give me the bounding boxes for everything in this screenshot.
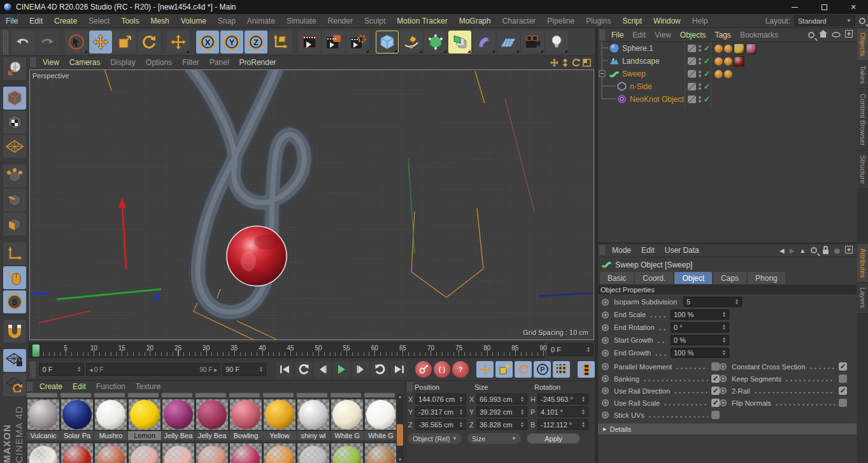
material-menu-item-function[interactable]: Function bbox=[91, 382, 131, 391]
add-panel-icon[interactable] bbox=[845, 246, 853, 255]
object-row-landscape[interactable]: Landscape✓ bbox=[598, 55, 857, 68]
menu-item-mograph[interactable]: MoGraph bbox=[453, 17, 497, 25]
keyframe-circle-icon[interactable] bbox=[720, 387, 727, 394]
panel-divider[interactable] bbox=[595, 28, 597, 463]
attribute-menu-item-user-data[interactable]: User Data bbox=[660, 246, 704, 255]
key-parameter-toggle[interactable]: P bbox=[534, 361, 551, 378]
size-mode-select[interactable]: Size▼ bbox=[467, 433, 521, 444]
property-field-end-growth[interactable]: 100 %▲▼ bbox=[671, 348, 729, 358]
enabled-check-icon[interactable]: ✓ bbox=[704, 57, 710, 66]
rotate-tool-button[interactable] bbox=[138, 31, 160, 53]
material-thumbnail[interactable] bbox=[94, 399, 127, 431]
minimize-button[interactable] bbox=[780, 0, 809, 14]
checkbox-flip-normals[interactable] bbox=[839, 399, 847, 407]
viewport-view-label[interactable]: Perspective bbox=[32, 72, 69, 80]
points-mode-button[interactable] bbox=[3, 164, 26, 187]
menu-item-tools[interactable]: Tools bbox=[115, 17, 145, 25]
keyframe-circle-icon[interactable] bbox=[602, 311, 609, 318]
add-panel-icon[interactable] bbox=[845, 30, 853, 39]
tag-icon[interactable] bbox=[724, 57, 732, 66]
model-mode-button[interactable] bbox=[3, 87, 26, 110]
key-rotation-toggle[interactable] bbox=[515, 361, 532, 378]
property-field-start-growth[interactable]: 0 %▲▼ bbox=[671, 335, 729, 345]
object-name[interactable]: NeoKnot Object bbox=[630, 95, 684, 104]
viewport-menu-item-filter[interactable]: Filter bbox=[177, 58, 204, 67]
material-thumbnail[interactable] bbox=[263, 399, 296, 431]
redo-button[interactable] bbox=[36, 31, 59, 53]
apply-button[interactable]: Apply bbox=[527, 433, 580, 444]
visibility-dots-icon[interactable] bbox=[699, 58, 701, 64]
target-icon[interactable]: ◎ bbox=[834, 247, 840, 254]
material-thumbnail[interactable] bbox=[297, 399, 330, 431]
menu-item-help[interactable]: Help bbox=[687, 17, 714, 25]
close-button[interactable]: ✕ bbox=[839, 0, 868, 14]
current-frame-field[interactable]: 0 F▲▼ bbox=[39, 363, 84, 376]
goto-end-button[interactable] bbox=[390, 361, 408, 378]
viewport-menu-item-options[interactable]: Options bbox=[141, 58, 177, 67]
toggle-view-icon[interactable] bbox=[583, 59, 591, 67]
material-item-partial[interactable] bbox=[297, 443, 330, 463]
material-item[interactable]: Lemon bbox=[128, 399, 161, 440]
visibility-dots-icon[interactable] bbox=[699, 45, 701, 52]
tab-basic[interactable]: Basic bbox=[600, 272, 634, 284]
keyframe-circle-icon[interactable] bbox=[602, 299, 609, 306]
render-view-button[interactable] bbox=[298, 31, 321, 53]
scroll-up-icon[interactable]: ▲ bbox=[396, 394, 404, 399]
primitive-cube-button[interactable] bbox=[376, 31, 399, 53]
keyframe-circle-icon[interactable] bbox=[602, 363, 609, 370]
panel-tab-objects[interactable]: Objects bbox=[857, 28, 868, 61]
edges-mode-button[interactable] bbox=[3, 189, 26, 211]
material-item[interactable]: Mushro bbox=[94, 399, 127, 440]
material-thumbnail[interactable] bbox=[60, 399, 94, 431]
viewport-grip[interactable] bbox=[30, 57, 36, 68]
key-position-toggle[interactable] bbox=[476, 361, 494, 378]
attribute-menu-item-edit[interactable]: Edit bbox=[636, 246, 660, 255]
material-item[interactable]: Jelly Bea bbox=[162, 399, 195, 440]
texture-mode-button[interactable] bbox=[3, 111, 26, 134]
checkbox-2-rail[interactable]: ✓ bbox=[839, 387, 847, 395]
menu-item-sculpt[interactable]: Sculpt bbox=[359, 17, 391, 25]
material-item[interactable]: White G bbox=[364, 399, 397, 440]
menu-item-simulate[interactable]: Simulate bbox=[281, 17, 322, 25]
material-menu-item-texture[interactable]: Texture bbox=[131, 382, 166, 391]
material-item-partial[interactable] bbox=[60, 443, 94, 463]
object-properties-header[interactable]: Object Properties bbox=[598, 285, 857, 294]
material-thumbnail[interactable] bbox=[128, 399, 161, 431]
material-item-partial[interactable] bbox=[128, 443, 161, 463]
material-thumbnail[interactable] bbox=[27, 399, 60, 431]
rotation-h-field[interactable]: -245.963 °▲▼ bbox=[537, 394, 588, 404]
zoom-view-icon[interactable] bbox=[561, 59, 569, 67]
snap-settings-button[interactable]: S bbox=[3, 290, 26, 313]
viewport-menu-item-cameras[interactable]: Cameras bbox=[64, 58, 106, 67]
menu-item-plugins[interactable]: Plugins bbox=[580, 17, 616, 25]
menu-item-character[interactable]: Character bbox=[497, 17, 542, 25]
size-y-field[interactable]: 39.292 cm▲▼ bbox=[476, 406, 527, 417]
visibility-dots-icon[interactable] bbox=[699, 83, 701, 90]
menu-item-render[interactable]: Render bbox=[322, 17, 359, 25]
light-button[interactable] bbox=[545, 31, 568, 53]
object-manager-menu-item-view[interactable]: View bbox=[650, 31, 676, 39]
coordinate-grip[interactable] bbox=[407, 382, 413, 392]
phong-tag-icon[interactable] bbox=[715, 57, 723, 66]
lock-icon[interactable] bbox=[822, 246, 829, 255]
play-button[interactable] bbox=[333, 361, 350, 378]
checkbox-parallel-movement[interactable] bbox=[711, 362, 720, 371]
object-name[interactable]: Sphere.1 bbox=[622, 44, 653, 53]
frame-range-slider[interactable]: ◂ 0 F 90 F ▸ bbox=[86, 363, 220, 376]
keyframe-circle-icon[interactable] bbox=[720, 399, 727, 406]
key-scale-toggle[interactable] bbox=[495, 361, 513, 378]
sphere-object[interactable] bbox=[227, 226, 287, 286]
scrollbar-thumb[interactable] bbox=[397, 424, 403, 446]
rotation-p-field[interactable]: 4.101 °▲▼ bbox=[537, 406, 588, 417]
camera-button[interactable] bbox=[521, 31, 544, 53]
material-grip[interactable] bbox=[27, 382, 33, 391]
lock-x-axis-button[interactable]: X bbox=[196, 31, 219, 53]
visibility-dots-icon[interactable] bbox=[699, 96, 701, 103]
parent-object-icon[interactable]: ▲ bbox=[799, 247, 806, 254]
environment-button[interactable] bbox=[497, 31, 520, 53]
stepper-icon[interactable]: ▲▼ bbox=[722, 324, 726, 331]
keyframe-help-button[interactable]: ? bbox=[452, 361, 469, 378]
material-thumbnail[interactable] bbox=[196, 399, 229, 431]
panel-tab-layers[interactable]: Layers bbox=[857, 283, 868, 313]
object-manager-menu-item-tags[interactable]: Tags bbox=[711, 31, 736, 39]
